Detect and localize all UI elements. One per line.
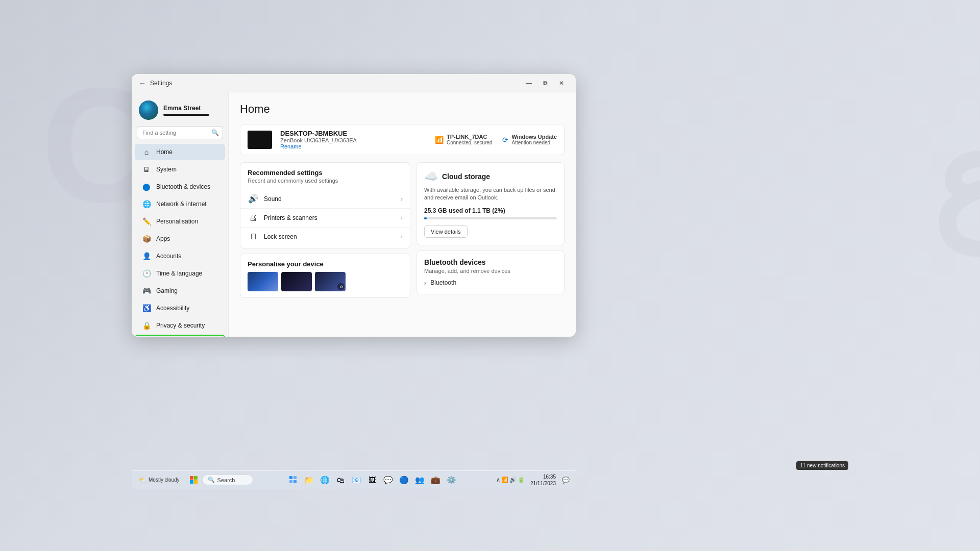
cards-row: Recommended settings Recent and commonly… (240, 162, 565, 298)
avatar (139, 101, 158, 120)
bg-decoration-2: ع (932, 102, 980, 256)
taskbar-app-teams2[interactable]: 💼 (428, 472, 444, 488)
sidebar-search: 🔍 (137, 126, 223, 139)
minimize-button[interactable]: — (522, 77, 536, 89)
notification-badge: 11 new notifications (796, 461, 848, 470)
sidebar-item-accessibility[interactable]: ♿ Accessibility (135, 300, 225, 316)
title-bar: ← Settings — ⧉ ✕ (132, 74, 576, 92)
title-bar-text: Settings (150, 80, 522, 87)
taskbar-app-skype[interactable]: 💬 (381, 472, 396, 488)
taskbar-app-files[interactable]: 📁 (302, 472, 317, 488)
lock-screen-arrow: › (401, 233, 403, 240)
device-bar: DESKTOP-JBMBKUE ZenBook UX363EA_UX363EA … (240, 124, 565, 155)
bluetooth-device-icon: › (424, 279, 426, 287)
cloud-progress-fill (424, 217, 427, 219)
page-title: Home (240, 103, 565, 116)
sidebar-item-apps[interactable]: 📦 Apps (135, 231, 225, 247)
lock-screen-item[interactable]: 🖥 Lock screen › (240, 227, 410, 246)
start-button[interactable] (187, 473, 201, 487)
weather-icon: ⛅ (139, 477, 146, 484)
sound-icon: 🔊 (248, 194, 259, 204)
sidebar-item-gaming[interactable]: 🎮 Gaming (135, 283, 225, 299)
taskbar-right: ∧ 📶 🔊 🔋 16:35 21/11/2023 💬 (494, 472, 572, 488)
sidebar-item-system-label: System (156, 166, 177, 173)
bluetooth-item: › Bluetooth (424, 279, 557, 287)
wallpaper-thumb-2[interactable] (281, 272, 312, 291)
chevron-up-icon: ∧ (496, 477, 500, 483)
sidebar-item-personalisation[interactable]: ✏️ Personalisation (135, 213, 225, 230)
cloud-usage-text: 25.3 GB used of 1.1 TB (2%) (424, 207, 505, 214)
user-bar (163, 114, 209, 116)
wifi-icon: 📶 (435, 136, 444, 144)
printers-item[interactable]: 🖨 Printers & scanners › (240, 208, 410, 227)
sidebar-item-windows-update[interactable]: 🔄 Windows Update (135, 335, 225, 337)
sidebar-item-personalisation-label: Personalisation (156, 218, 198, 225)
weather-text: Mostly cloudy (149, 477, 180, 483)
taskbar-app-settings[interactable]: ⚙️ (444, 472, 459, 488)
close-button[interactable]: ✕ (554, 77, 569, 89)
sidebar-item-privacy[interactable]: 🔒 Privacy & security (135, 317, 225, 334)
view-details-button[interactable]: View details (424, 226, 468, 238)
personalise-card: Personalise your device ⚙ (240, 254, 410, 298)
taskbar-app-widgets[interactable] (286, 472, 301, 488)
sidebar-item-bluetooth-label: Bluetooth & devices (156, 183, 210, 190)
sound-item[interactable]: 🔊 Sound › (240, 189, 410, 208)
sidebar-item-system[interactable]: 🖥 System (135, 161, 225, 178)
taskbar-clock[interactable]: 16:35 21/11/2023 (528, 472, 558, 488)
bluetooth-card-content: Bluetooth devices Manage, add, and remov… (417, 251, 564, 294)
taskbar-app-cortana[interactable]: 🔵 (397, 472, 412, 488)
taskbar-app-photos[interactable]: 🖼 (365, 472, 380, 488)
cloud-progress-bar (424, 217, 557, 219)
wifi-name: TP-LINK_7DAC (447, 134, 493, 140)
taskbar-app-teams[interactable]: 👥 (412, 472, 428, 488)
wallpaper-thumb-3[interactable]: ⚙ (315, 272, 346, 291)
sidebar-item-accessibility-label: Accessibility (156, 305, 189, 312)
user-profile[interactable]: Emma Street (132, 92, 228, 126)
card-left: Recommended settings Recent and commonly… (240, 162, 410, 298)
svg-rect-5 (293, 476, 297, 479)
device-rename-link[interactable]: Rename (280, 143, 427, 149)
clock-time: 16:35 (530, 473, 556, 480)
clock-date: 21/11/2023 (530, 480, 556, 487)
sidebar: Emma Street 🔍 ⌂ Home 🖥 System ⬤ Bluetoot… (132, 92, 229, 337)
cloud-icon: ☁️ (424, 170, 438, 183)
win-taskbar: ⛅ Mostly cloudy 🔍 Search 📁 🌐 🛍 📧 🖼 (132, 470, 576, 489)
apps-icon: 📦 (142, 234, 151, 243)
time-icon: 🕐 (142, 269, 151, 278)
widgets-icon (289, 476, 298, 484)
notification-button[interactable]: 💬 (559, 474, 572, 486)
sidebar-item-time[interactable]: 🕐 Time & language (135, 265, 225, 282)
sound-tray-icon: 🔊 (509, 477, 517, 483)
search-input[interactable] (137, 126, 223, 139)
taskbar-weather[interactable]: ⛅ Mostly cloudy (136, 477, 183, 484)
sound-arrow: › (401, 195, 403, 203)
taskbar-app-store[interactable]: 🛍 (333, 472, 349, 488)
personalise-title: Personalise your device (248, 260, 403, 268)
recommended-title: Recommended settings (248, 169, 403, 177)
update-status-text: Attention needed (511, 140, 557, 145)
printers-label: Printers & scanners (264, 214, 401, 221)
cloud-description: With available storage, you can back up … (424, 186, 557, 202)
sidebar-item-home[interactable]: ⌂ Home (135, 144, 225, 160)
taskbar-search[interactable]: 🔍 Search (202, 474, 253, 485)
svg-rect-1 (194, 476, 198, 480)
sidebar-item-bluetooth[interactable]: ⬤ Bluetooth & devices (135, 179, 225, 195)
back-button[interactable]: ← (139, 79, 146, 87)
sidebar-item-gaming-label: Gaming (156, 287, 178, 294)
wifi-info: TP-LINK_7DAC Connected, secured (447, 134, 493, 145)
taskbar-search-text: Search (217, 477, 235, 483)
taskbar-app-mail[interactable]: 📧 (349, 472, 364, 488)
wifi-status: 📶 TP-LINK_7DAC Connected, secured (435, 134, 493, 145)
wallpaper-thumb-1[interactable] (248, 272, 278, 291)
cloud-usage: 25.3 GB used of 1.1 TB (2%) (424, 207, 557, 214)
sidebar-item-time-label: Time & language (156, 270, 202, 277)
restore-button[interactable]: ⧉ (538, 77, 552, 89)
device-status-items: 📶 TP-LINK_7DAC Connected, secured ⟳ Wind… (435, 134, 557, 145)
personalise-thumbnails: ⚙ (240, 272, 410, 297)
sidebar-item-accounts[interactable]: 👤 Accounts (135, 248, 225, 264)
system-tray[interactable]: ∧ 📶 🔊 🔋 (494, 475, 527, 484)
taskbar-app-edge[interactable]: 🌐 (317, 472, 333, 488)
sound-label: Sound (264, 195, 401, 203)
sidebar-item-network[interactable]: 🌐 Network & internet (135, 196, 225, 212)
bluetooth-devices-card: Bluetooth devices Manage, add, and remov… (416, 251, 565, 294)
